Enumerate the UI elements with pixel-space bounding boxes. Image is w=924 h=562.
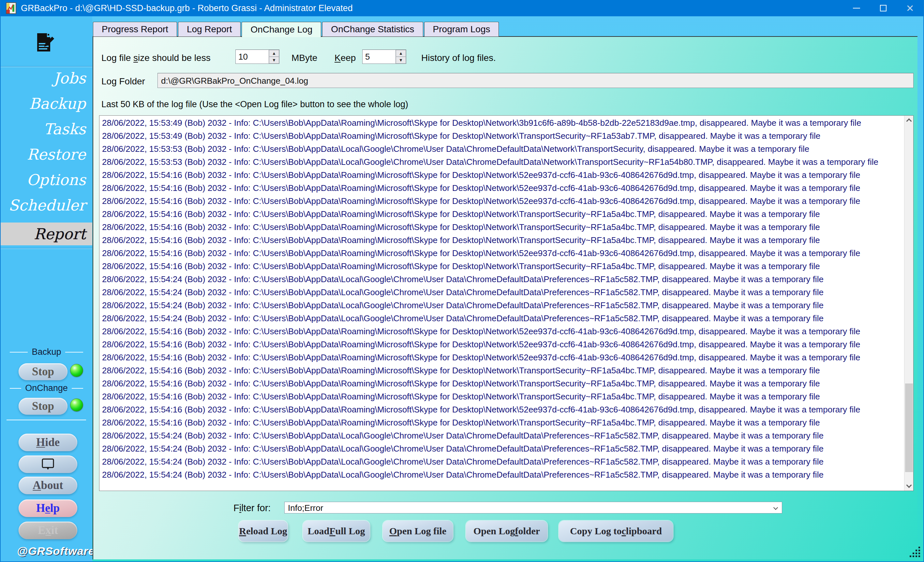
- spin-down-icon[interactable]: ▼: [269, 57, 279, 64]
- log-line: 28/06/2022, 15:53:53 (Bob) 2032 - Info: …: [102, 155, 902, 169]
- report-tabs: Progress ReportLog ReportOnChange LogOnC…: [93, 21, 500, 36]
- maximize-icon[interactable]: [870, 0, 897, 16]
- log-line: 28/06/2022, 15:54:16 (Bob) 2032 - Info: …: [102, 260, 902, 273]
- sidebar-nav-item[interactable]: Restore: [1, 142, 92, 167]
- stop-onchange-button[interactable]: Stop: [19, 398, 68, 415]
- exit-button[interactable]: Exit: [19, 522, 77, 539]
- log-line: 28/06/2022, 15:54:16 (Bob) 2032 - Info: …: [102, 233, 902, 247]
- onchange-log-page: Log file size should be less 10 ▲ ▼ MByt…: [93, 36, 918, 559]
- spin-up-icon[interactable]: ▲: [269, 50, 279, 57]
- log-line: 28/06/2022, 15:54:16 (Bob) 2032 - Info: …: [102, 338, 902, 351]
- log-line: 28/06/2022, 15:54:16 (Bob) 2032 - Info: …: [102, 325, 902, 338]
- app-icon: [5, 2, 18, 14]
- chat-bubble-icon: [40, 458, 56, 471]
- sidebar-nav-item[interactable]: Tasks: [1, 116, 92, 142]
- sidebar-nav-item[interactable]: Jobs: [1, 66, 92, 91]
- mbyte-label: MByte: [291, 53, 317, 63]
- log-line: 28/06/2022, 15:54:24 (Bob) 2032 - Info: …: [102, 455, 902, 468]
- filter-combobox[interactable]: Info;Error: [284, 502, 782, 513]
- filter-label: Filter for:: [234, 503, 271, 513]
- feedback-button[interactable]: [19, 456, 77, 473]
- title-bar[interactable]: GRBackPro - d:\@GR\HD-SSD-backup.grb - R…: [1, 0, 923, 16]
- spin-down-icon[interactable]: ▼: [396, 57, 406, 64]
- log-line: 28/06/2022, 15:54:16 (Bob) 2032 - Info: …: [102, 351, 902, 364]
- log-line: 28/06/2022, 15:54:16 (Bob) 2032 - Info: …: [102, 169, 902, 181]
- report-tab[interactable]: OnChange Statistics: [322, 22, 423, 36]
- log-line: 28/06/2022, 15:53:53 (Bob) 2032 - Info: …: [102, 142, 902, 155]
- log-line: 28/06/2022, 15:54:24 (Bob) 2032 - Info: …: [102, 312, 902, 325]
- onchange-group-label: OnChange: [1, 383, 92, 393]
- log-size-label: Log file size should be less: [101, 53, 211, 63]
- scrollbar-thumb[interactable]: [905, 383, 913, 472]
- sidebar: JobsBackupTasksRestoreOptionsSchedulerRe…: [1, 16, 92, 561]
- scroll-down-icon[interactable]: [904, 481, 914, 491]
- log-line: 28/06/2022, 15:54:24 (Bob) 2032 - Info: …: [102, 286, 902, 299]
- client-area: JobsBackupTasksRestoreOptionsSchedulerRe…: [1, 16, 923, 561]
- log-line: 28/06/2022, 15:54:16 (Bob) 2032 - Info: …: [102, 390, 902, 403]
- minimize-icon[interactable]: [843, 0, 870, 16]
- memo-pencil-icon: [34, 32, 56, 53]
- log-scrollbar[interactable]: [904, 116, 913, 491]
- scroll-up-icon[interactable]: [904, 116, 914, 125]
- log-line: 28/06/2022, 15:54:16 (Bob) 2032 - Info: …: [102, 221, 902, 233]
- log-line: 28/06/2022, 15:53:49 (Bob) 2032 - Info: …: [102, 116, 902, 129]
- log-line: 28/06/2022, 15:54:16 (Bob) 2032 - Info: …: [102, 403, 902, 416]
- log-line: 28/06/2022, 15:54:24 (Bob) 2032 - Info: …: [102, 442, 902, 455]
- log-line: 28/06/2022, 15:54:16 (Bob) 2032 - Info: …: [102, 247, 902, 260]
- log-line: 28/06/2022, 15:54:16 (Bob) 2032 - Info: …: [102, 181, 902, 194]
- history-label: History of log files.: [421, 53, 496, 63]
- log-line: 28/06/2022, 15:54:24 (Bob) 2032 - Info: …: [102, 429, 902, 442]
- report-tab[interactable]: Progress Report: [93, 22, 177, 36]
- log-lines: 28/06/2022, 15:53:49 (Bob) 2032 - Info: …: [102, 116, 902, 481]
- log-size-spinner[interactable]: 10 ▲ ▼: [236, 49, 279, 64]
- backup-group-label: Backup: [1, 347, 92, 357]
- hide-button[interactable]: Hide: [19, 433, 77, 451]
- onchange-status-led-icon: [70, 398, 83, 411]
- log-line: 28/06/2022, 15:54:16 (Bob) 2032 - Info: …: [102, 194, 902, 208]
- spin-up-icon[interactable]: ▲: [396, 50, 406, 57]
- sidebar-nav-item[interactable]: Options: [1, 167, 92, 193]
- keep-label: Keep: [334, 53, 356, 63]
- sidebar-nav-item[interactable]: Backup: [1, 91, 92, 116]
- log-line: 28/06/2022, 15:54:24 (Bob) 2032 - Info: …: [102, 299, 902, 312]
- chevron-down-icon: [773, 505, 778, 510]
- log-line: 28/06/2022, 15:54:16 (Bob) 2032 - Info: …: [102, 416, 902, 429]
- report-tab[interactable]: Log Report: [178, 22, 241, 36]
- about-button[interactable]: About: [19, 477, 77, 494]
- app-window: GRBackPro - d:\@GR\HD-SSD-backup.grb - R…: [0, 0, 924, 562]
- sidebar-nav: JobsBackupTasksRestoreOptionsSchedulerRe…: [1, 66, 92, 245]
- sidebar-nav-item[interactable]: Scheduler: [1, 193, 92, 218]
- action-button[interactable]: Reload Log: [238, 521, 288, 541]
- sidebar-nav-item[interactable]: Report: [1, 223, 92, 245]
- sidebar-divider-bottom: [1, 248, 92, 249]
- action-button[interactable]: Load Full Log: [303, 521, 370, 541]
- log-listbox[interactable]: 28/06/2022, 15:53:49 (Bob) 2032 - Info: …: [99, 115, 914, 491]
- log-folder-label: Log Folder: [101, 76, 145, 87]
- log-line: 28/06/2022, 15:54:16 (Bob) 2032 - Info: …: [102, 364, 902, 377]
- log-line: 28/06/2022, 15:53:49 (Bob) 2032 - Info: …: [102, 129, 902, 142]
- action-button[interactable]: Open Log folder: [466, 521, 548, 541]
- log-line: 28/06/2022, 15:54:16 (Bob) 2032 - Info: …: [102, 208, 902, 221]
- log-info-label: Last 50 KB of the log file (Use the <Ope…: [101, 99, 408, 109]
- help-button[interactable]: Help: [19, 499, 77, 517]
- log-folder-field[interactable]: d:\@GR\GRBakPro_OnChange_04.log: [158, 73, 914, 88]
- action-button[interactable]: Copy Log to clipboard: [559, 521, 673, 541]
- keep-spinner[interactable]: 5 ▲ ▼: [362, 49, 406, 64]
- log-line: 28/06/2022, 15:54:24 (Bob) 2032 - Info: …: [102, 273, 902, 286]
- grsoftware-brand: @GRSoftware: [17, 545, 95, 558]
- report-tab[interactable]: Program Logs: [424, 22, 499, 36]
- log-line: 28/06/2022, 15:54:16 (Bob) 2032 - Info: …: [102, 377, 902, 390]
- backup-status-led-icon: [70, 364, 83, 377]
- action-button[interactable]: Open Log file: [383, 521, 453, 541]
- report-tab[interactable]: OnChange Log: [242, 22, 321, 37]
- close-icon[interactable]: ✕: [897, 0, 923, 16]
- log-line: 28/06/2022, 15:54:24 (Bob) 2032 - Info: …: [102, 468, 902, 481]
- stop-backup-button[interactable]: Stop: [19, 363, 68, 380]
- window-title: GRBackPro - d:\@GR\HD-SSD-backup.grb - R…: [21, 3, 353, 13]
- sidebar-separator: [6, 420, 86, 420]
- resize-grip[interactable]: [910, 547, 921, 558]
